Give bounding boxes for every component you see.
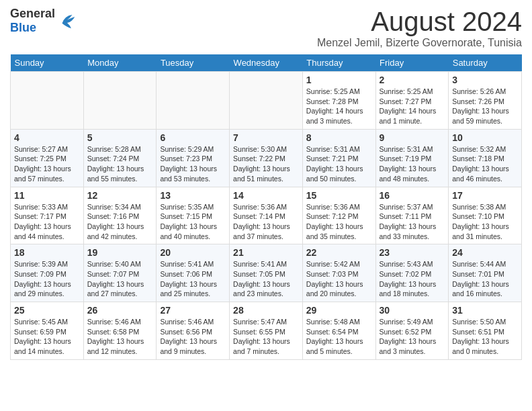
day-number: 3 <box>452 75 518 85</box>
calendar-week-4: 18Sunrise: 5:39 AM Sunset: 7:09 PM Dayli… <box>11 244 522 302</box>
day-info: Sunrise: 5:38 AM Sunset: 7:10 PM Dayligh… <box>452 202 518 242</box>
calendar-cell: 4Sunrise: 5:27 AM Sunset: 7:25 PM Daylig… <box>11 129 84 187</box>
calendar-cell: 30Sunrise: 5:49 AM Sunset: 6:52 PM Dayli… <box>375 302 449 360</box>
calendar-cell: 3Sunrise: 5:26 AM Sunset: 7:26 PM Daylig… <box>449 72 522 130</box>
logo-blue: Blue <box>10 21 55 35</box>
calendar-cell: 17Sunrise: 5:38 AM Sunset: 7:10 PM Dayli… <box>449 187 522 244</box>
calendar-cell <box>230 72 303 130</box>
day-number: 1 <box>306 75 372 85</box>
header-thursday: Thursday <box>302 54 375 72</box>
calendar-cell: 9Sunrise: 5:31 AM Sunset: 7:19 PM Daylig… <box>375 129 449 187</box>
day-info: Sunrise: 5:27 AM Sunset: 7:25 PM Dayligh… <box>14 144 80 184</box>
calendar-cell <box>157 72 230 130</box>
day-number: 14 <box>233 190 299 201</box>
day-info: Sunrise: 5:50 AM Sunset: 6:51 PM Dayligh… <box>452 317 518 357</box>
title-section: August 2024 Menzel Jemil, Bizerte Govern… <box>317 7 522 49</box>
day-info: Sunrise: 5:26 AM Sunset: 7:26 PM Dayligh… <box>452 87 518 126</box>
day-number: 12 <box>87 190 153 201</box>
logo-text: General Blue <box>10 7 55 35</box>
day-info: Sunrise: 5:28 AM Sunset: 7:24 PM Dayligh… <box>87 144 153 184</box>
calendar-cell: 20Sunrise: 5:41 AM Sunset: 7:06 PM Dayli… <box>157 244 230 302</box>
day-number: 23 <box>380 247 445 258</box>
calendar-cell: 6Sunrise: 5:29 AM Sunset: 7:23 PM Daylig… <box>157 129 230 187</box>
calendar-body: 1Sunrise: 5:25 AM Sunset: 7:28 PM Daylig… <box>11 72 522 360</box>
day-info: Sunrise: 5:33 AM Sunset: 7:17 PM Dayligh… <box>14 202 80 242</box>
calendar-week-5: 25Sunrise: 5:45 AM Sunset: 6:59 PM Dayli… <box>11 302 522 360</box>
day-number: 18 <box>14 247 80 258</box>
header-tuesday: Tuesday <box>157 54 230 72</box>
calendar-cell: 2Sunrise: 5:25 AM Sunset: 7:27 PM Daylig… <box>375 72 449 130</box>
day-number: 11 <box>14 190 80 201</box>
calendar-cell <box>83 72 157 130</box>
calendar-week-3: 11Sunrise: 5:33 AM Sunset: 7:17 PM Dayli… <box>11 187 522 244</box>
day-info: Sunrise: 5:41 AM Sunset: 7:05 PM Dayligh… <box>233 259 299 299</box>
day-info: Sunrise: 5:45 AM Sunset: 6:59 PM Dayligh… <box>14 317 80 357</box>
day-number: 7 <box>233 132 299 143</box>
day-info: Sunrise: 5:34 AM Sunset: 7:16 PM Dayligh… <box>87 202 153 242</box>
calendar-cell: 10Sunrise: 5:32 AM Sunset: 7:18 PM Dayli… <box>449 129 522 187</box>
calendar-cell: 22Sunrise: 5:42 AM Sunset: 7:03 PM Dayli… <box>302 244 375 302</box>
day-number: 5 <box>87 132 153 143</box>
day-number: 29 <box>306 305 372 316</box>
calendar-cell: 31Sunrise: 5:50 AM Sunset: 6:51 PM Dayli… <box>449 302 522 360</box>
calendar-cell: 13Sunrise: 5:35 AM Sunset: 7:15 PM Dayli… <box>157 187 230 244</box>
day-number: 15 <box>306 190 372 201</box>
day-number: 21 <box>233 247 299 258</box>
day-info: Sunrise: 5:29 AM Sunset: 7:23 PM Dayligh… <box>160 144 226 184</box>
weekday-header-row: Sunday Monday Tuesday Wednesday Thursday… <box>11 54 522 72</box>
day-number: 9 <box>380 132 445 143</box>
month-title: August 2024 <box>317 7 522 37</box>
logo-bird-icon <box>57 11 77 31</box>
header-sunday: Sunday <box>11 54 84 72</box>
day-info: Sunrise: 5:46 AM Sunset: 6:58 PM Dayligh… <box>87 317 153 357</box>
day-number: 17 <box>452 190 518 201</box>
day-info: Sunrise: 5:35 AM Sunset: 7:15 PM Dayligh… <box>160 202 226 242</box>
calendar-cell: 19Sunrise: 5:40 AM Sunset: 7:07 PM Dayli… <box>83 244 157 302</box>
calendar-header: Sunday Monday Tuesday Wednesday Thursday… <box>11 54 522 72</box>
day-info: Sunrise: 5:36 AM Sunset: 7:12 PM Dayligh… <box>306 202 372 242</box>
day-number: 24 <box>452 247 518 258</box>
day-number: 19 <box>87 247 153 258</box>
calendar-cell: 29Sunrise: 5:48 AM Sunset: 6:54 PM Dayli… <box>302 302 375 360</box>
day-info: Sunrise: 5:42 AM Sunset: 7:03 PM Dayligh… <box>306 259 372 299</box>
calendar-cell: 24Sunrise: 5:44 AM Sunset: 7:01 PM Dayli… <box>449 244 522 302</box>
day-info: Sunrise: 5:44 AM Sunset: 7:01 PM Dayligh… <box>452 259 518 299</box>
day-info: Sunrise: 5:39 AM Sunset: 7:09 PM Dayligh… <box>14 259 80 299</box>
day-info: Sunrise: 5:41 AM Sunset: 7:06 PM Dayligh… <box>160 259 226 299</box>
day-info: Sunrise: 5:31 AM Sunset: 7:19 PM Dayligh… <box>380 144 445 184</box>
day-info: Sunrise: 5:32 AM Sunset: 7:18 PM Dayligh… <box>452 144 518 184</box>
day-number: 8 <box>306 132 372 143</box>
header-friday: Friday <box>375 54 449 72</box>
calendar-cell: 15Sunrise: 5:36 AM Sunset: 7:12 PM Dayli… <box>302 187 375 244</box>
day-number: 16 <box>380 190 445 201</box>
calendar-cell: 11Sunrise: 5:33 AM Sunset: 7:17 PM Dayli… <box>11 187 84 244</box>
logo: General Blue <box>10 7 77 35</box>
day-info: Sunrise: 5:43 AM Sunset: 7:02 PM Dayligh… <box>380 259 445 299</box>
day-number: 4 <box>14 132 80 143</box>
logo-general: General <box>10 7 55 21</box>
day-info: Sunrise: 5:47 AM Sunset: 6:55 PM Dayligh… <box>233 317 299 357</box>
calendar-cell: 14Sunrise: 5:36 AM Sunset: 7:14 PM Dayli… <box>230 187 303 244</box>
calendar-cell: 1Sunrise: 5:25 AM Sunset: 7:28 PM Daylig… <box>302 72 375 130</box>
calendar-table: Sunday Monday Tuesday Wednesday Thursday… <box>10 54 522 360</box>
calendar-cell: 28Sunrise: 5:47 AM Sunset: 6:55 PM Dayli… <box>230 302 303 360</box>
day-number: 30 <box>380 305 445 316</box>
header-monday: Monday <box>83 54 157 72</box>
page-container: General Blue August 2024 Menzel Jemil, B… <box>0 0 532 367</box>
calendar-cell: 12Sunrise: 5:34 AM Sunset: 7:16 PM Dayli… <box>83 187 157 244</box>
day-info: Sunrise: 5:40 AM Sunset: 7:07 PM Dayligh… <box>87 259 153 299</box>
calendar-cell: 7Sunrise: 5:30 AM Sunset: 7:22 PM Daylig… <box>230 129 303 187</box>
calendar-cell: 18Sunrise: 5:39 AM Sunset: 7:09 PM Dayli… <box>11 244 84 302</box>
day-number: 26 <box>87 305 153 316</box>
header: General Blue August 2024 Menzel Jemil, B… <box>10 7 522 49</box>
calendar-week-2: 4Sunrise: 5:27 AM Sunset: 7:25 PM Daylig… <box>11 129 522 187</box>
day-number: 25 <box>14 305 80 316</box>
calendar-cell: 8Sunrise: 5:31 AM Sunset: 7:21 PM Daylig… <box>302 129 375 187</box>
day-info: Sunrise: 5:31 AM Sunset: 7:21 PM Dayligh… <box>306 144 372 184</box>
day-number: 22 <box>306 247 372 258</box>
header-wednesday: Wednesday <box>230 54 303 72</box>
calendar-cell: 5Sunrise: 5:28 AM Sunset: 7:24 PM Daylig… <box>83 129 157 187</box>
day-info: Sunrise: 5:30 AM Sunset: 7:22 PM Dayligh… <box>233 144 299 184</box>
day-info: Sunrise: 5:48 AM Sunset: 6:54 PM Dayligh… <box>306 317 372 357</box>
day-info: Sunrise: 5:25 AM Sunset: 7:27 PM Dayligh… <box>380 87 445 126</box>
